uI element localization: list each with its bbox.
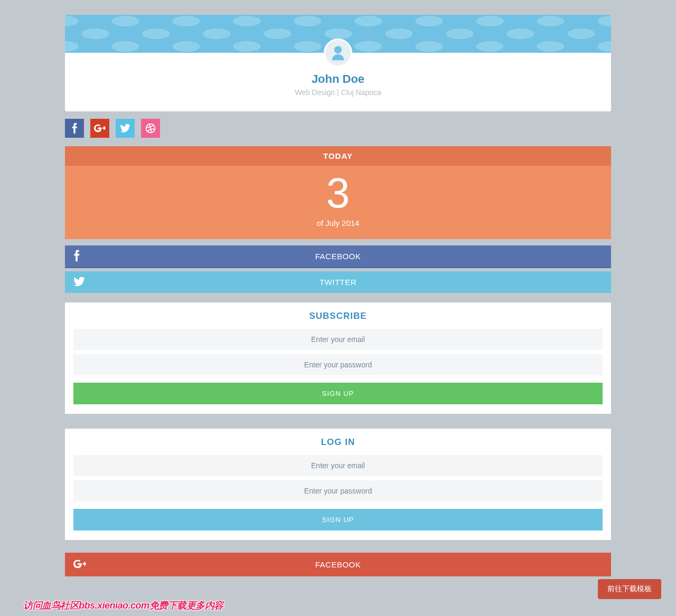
subscribe-email-input[interactable] — [73, 329, 603, 350]
subscribe-panel: SUBSCRIBE SIGN UP — [65, 302, 611, 414]
avatar — [324, 39, 352, 67]
svg-point-0 — [334, 46, 342, 53]
login-submit-button[interactable]: SIGN UP — [73, 509, 603, 530]
profile-card: John Doe Web Design | Cluj Napoca — [65, 15, 611, 111]
today-card: TODAY 3 of July 2014 — [65, 146, 611, 239]
today-sub: of July 2014 — [65, 219, 611, 228]
facebook-button[interactable] — [65, 119, 84, 138]
google-plus-icon — [73, 560, 86, 570]
user-icon — [329, 44, 347, 62]
facebook-bar-label: FACEBOOK — [315, 252, 361, 261]
twitter-bar[interactable]: TWITTER — [65, 271, 611, 293]
today-day: 3 — [65, 170, 611, 216]
login-password-input[interactable] — [73, 480, 603, 501]
google-plus-button[interactable] — [90, 119, 109, 138]
twitter-icon — [73, 277, 85, 288]
twitter-bar-label: TWITTER — [320, 278, 356, 287]
twitter-icon — [120, 124, 130, 132]
facebook-icon — [73, 250, 80, 263]
google-plus-icon — [94, 124, 106, 132]
dribbble-icon — [145, 123, 156, 134]
download-template-button[interactable]: 前往下载模板 — [598, 579, 661, 598]
red-facebook-bar-label: FACEBOOK — [315, 560, 361, 569]
subscribe-submit-button[interactable]: SIGN UP — [73, 383, 603, 404]
social-row — [65, 119, 611, 138]
today-label: TODAY — [65, 146, 611, 166]
login-title: LOG IN — [73, 437, 603, 448]
subscribe-password-input[interactable] — [73, 354, 603, 375]
facebook-icon — [71, 123, 78, 134]
today-body: 3 of July 2014 — [65, 166, 611, 239]
login-email-input[interactable] — [73, 455, 603, 476]
red-facebook-bar[interactable]: FACEBOOK — [65, 553, 611, 576]
dribbble-button[interactable] — [141, 119, 160, 138]
subscribe-title: SUBSCRIBE — [73, 311, 603, 321]
login-panel: LOG IN SIGN UP — [65, 429, 611, 540]
facebook-bar[interactable]: FACEBOOK — [65, 245, 611, 268]
profile-subtitle: Web Design | Cluj Napoca — [65, 88, 611, 111]
twitter-button[interactable] — [116, 119, 135, 138]
profile-name: John Doe — [65, 72, 611, 86]
